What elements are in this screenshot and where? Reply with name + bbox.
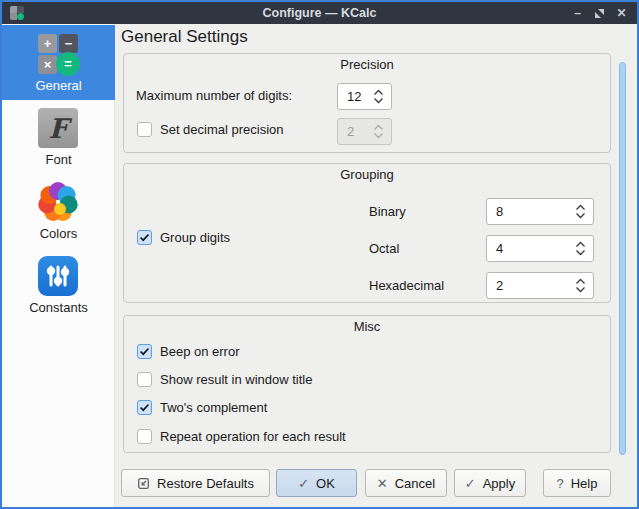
check-icon	[139, 347, 150, 356]
decimal-precision-spinbox: 2	[337, 118, 392, 145]
sidebar-item-font[interactable]: F Font	[2, 99, 115, 174]
minimize-button[interactable]: –	[571, 7, 584, 20]
group-title: Grouping	[124, 167, 610, 182]
spin-up-button[interactable]	[575, 241, 586, 248]
beep-on-error-row[interactable]: Beep on error	[137, 343, 240, 359]
restore-defaults-button[interactable]: Restore Defaults	[121, 469, 270, 497]
color-wheel-icon	[38, 182, 78, 222]
sidebar-item-constants[interactable]: Constants	[2, 247, 115, 322]
group-digits-label[interactable]: Group digits	[160, 230, 230, 245]
window-title: Configure — KCalc	[2, 6, 637, 20]
repeat-operation-checkbox[interactable]	[137, 429, 152, 444]
spinbox-value[interactable]: 2	[487, 278, 575, 293]
spin-up-button[interactable]	[373, 89, 384, 96]
octal-spinbox[interactable]: 4	[486, 235, 594, 262]
sidebar-item-label: Font	[2, 152, 115, 167]
misc-group: Misc Beep on error Show result in window…	[123, 315, 611, 453]
cross-icon: ✕	[377, 477, 388, 490]
spin-down-button[interactable]	[575, 286, 586, 293]
binary-label: Binary	[369, 204, 406, 219]
spin-up-button[interactable]	[575, 278, 586, 285]
check-icon	[139, 403, 150, 412]
button-label: Cancel	[395, 476, 435, 491]
sidebar-item-label: General	[2, 78, 115, 93]
twos-complement-checkbox[interactable]	[137, 400, 152, 415]
grouping-group: Grouping Group digits Binary Octal Hexad…	[123, 163, 611, 303]
sidebar-item-colors[interactable]: Colors	[2, 173, 115, 248]
spin-down-button[interactable]	[373, 97, 384, 104]
hexadecimal-label: Hexadecimal	[369, 278, 444, 293]
page-title: General Settings	[121, 27, 248, 47]
show-result-title-row[interactable]: Show result in window title	[137, 371, 312, 387]
button-label: Restore Defaults	[157, 476, 254, 491]
group-digits-row[interactable]: Group digits	[137, 229, 230, 245]
set-decimal-precision-row[interactable]: Set decimal precision	[137, 121, 284, 137]
spin-down-button[interactable]	[575, 212, 586, 219]
check-icon: ✓	[298, 477, 309, 490]
apply-button[interactable]: ✓ Apply	[454, 469, 526, 497]
check-icon	[139, 233, 150, 242]
spinbox-value[interactable]: 12	[338, 89, 373, 104]
help-button[interactable]: ? Help	[543, 469, 611, 497]
repeat-operation-row[interactable]: Repeat operation for each result	[137, 428, 346, 444]
sidebar-item-general[interactable]: + − × = General	[2, 25, 115, 100]
twos-complement-label[interactable]: Two's complement	[160, 400, 267, 415]
binary-spinbox[interactable]: 8	[486, 198, 594, 225]
spinbox-value[interactable]: 4	[487, 241, 575, 256]
settings-panel: General Settings Precision Maximum numbe…	[115, 24, 637, 507]
repeat-operation-label[interactable]: Repeat operation for each result	[160, 429, 346, 444]
sliders-icon	[38, 256, 78, 296]
category-sidebar: + − × = General F Font	[2, 24, 115, 507]
spin-down-button[interactable]	[575, 249, 586, 256]
beep-on-error-checkbox[interactable]	[137, 344, 152, 359]
show-result-title-checkbox[interactable]	[137, 372, 152, 387]
cancel-button[interactable]: ✕ Cancel	[365, 469, 447, 497]
max-digits-spinbox[interactable]: 12	[337, 83, 392, 110]
show-result-title-label[interactable]: Show result in window title	[160, 372, 312, 387]
restore-defaults-icon	[137, 477, 150, 490]
close-button[interactable]: ✕	[615, 7, 628, 20]
button-label: Apply	[483, 476, 516, 491]
font-icon: F	[38, 108, 78, 148]
set-decimal-precision-label[interactable]: Set decimal precision	[160, 122, 284, 137]
twos-complement-row[interactable]: Two's complement	[137, 399, 267, 415]
restore-button[interactable]	[593, 7, 606, 20]
sidebar-item-label: Constants	[2, 300, 115, 315]
set-decimal-precision-checkbox[interactable]	[137, 122, 152, 137]
configure-dialog-window: Configure — KCalc – ✕ + − × = General F	[0, 0, 639, 509]
group-digits-checkbox[interactable]	[137, 230, 152, 245]
question-icon: ?	[557, 477, 564, 490]
button-label: OK	[316, 476, 335, 491]
vertical-scrollbar-thumb[interactable]	[619, 62, 626, 455]
ok-button[interactable]: ✓ OK	[276, 469, 357, 497]
spin-up-button	[373, 124, 384, 131]
button-label: Help	[571, 476, 598, 491]
titlebar: Configure — KCalc – ✕	[2, 2, 637, 24]
group-title: Precision	[124, 57, 610, 72]
spin-down-button	[373, 132, 384, 139]
spinbox-value[interactable]: 8	[487, 204, 575, 219]
check-icon: ✓	[465, 477, 476, 490]
beep-on-error-label[interactable]: Beep on error	[160, 344, 240, 359]
precision-group: Precision Maximum number of digits: 12 S…	[123, 53, 611, 153]
group-title: Misc	[124, 319, 610, 334]
max-digits-label: Maximum number of digits:	[136, 88, 292, 103]
restore-icon	[594, 8, 605, 19]
hexadecimal-spinbox[interactable]: 2	[486, 272, 594, 299]
sidebar-item-label: Colors	[2, 226, 115, 241]
calculator-icon: + − × =	[38, 34, 78, 74]
spin-up-button[interactable]	[575, 204, 586, 211]
spinbox-value: 2	[338, 124, 373, 139]
octal-label: Octal	[369, 241, 399, 256]
